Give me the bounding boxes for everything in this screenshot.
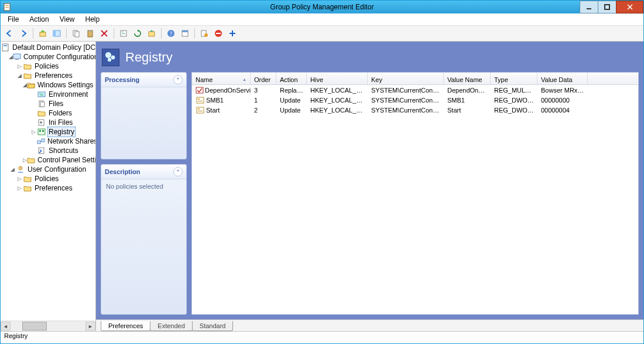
tree-computer-configuration[interactable]: Computer Configuration bbox=[22, 52, 95, 62]
svg-rect-48 bbox=[196, 87, 203, 93]
menu-help[interactable]: Help bbox=[81, 14, 105, 25]
policy-icon bbox=[2, 43, 10, 52]
computer-icon bbox=[13, 53, 21, 61]
list-row[interactable]: SMB11UpdateHKEY_LOCAL_MAC...SYSTEM\Curre… bbox=[192, 95, 638, 105]
close-button[interactable] bbox=[616, 1, 643, 13]
properties-button[interactable] bbox=[117, 27, 130, 40]
list-rows[interactable]: DependOnService3ReplaceHKEY_LOCAL_MAC...… bbox=[192, 85, 638, 314]
svg-rect-9 bbox=[53, 30, 56, 36]
add-button[interactable] bbox=[226, 27, 239, 40]
tree-shortcuts[interactable]: Shortcuts bbox=[47, 146, 80, 155]
svg-rect-54 bbox=[198, 111, 203, 111]
col-order[interactable]: Order bbox=[251, 73, 276, 84]
processing-panel: Processing˄ bbox=[101, 72, 187, 159]
scroll-thumb[interactable] bbox=[22, 322, 47, 331]
list-row[interactable]: DependOnService3ReplaceHKEY_LOCAL_MAC...… bbox=[192, 85, 638, 95]
tree-root[interactable]: Default Domain Policy [DC02.C… bbox=[11, 43, 95, 52]
tab-standard[interactable]: Standard bbox=[192, 321, 234, 331]
tree-windows-settings[interactable]: Windows Settings bbox=[36, 80, 94, 90]
col-value-name[interactable]: Value Name bbox=[444, 73, 491, 84]
content-frame: Registry Processing˄ Description˄ No pol… bbox=[96, 42, 643, 319]
collapse-icon[interactable]: ˄ bbox=[173, 167, 183, 176]
options-button[interactable] bbox=[198, 27, 211, 40]
registry-icon bbox=[37, 128, 46, 136]
registry-item-icon bbox=[196, 106, 205, 114]
svg-text:?: ? bbox=[170, 30, 173, 37]
registry-item-icon bbox=[196, 86, 204, 94]
tab-preferences[interactable]: Preferences bbox=[101, 321, 150, 331]
menu-view[interactable]: View bbox=[55, 14, 80, 25]
scroll-right-button[interactable]: ► bbox=[85, 322, 95, 331]
col-name[interactable]: Name▲ bbox=[192, 73, 251, 84]
tree-pane: Default Domain Policy [DC02.C… ◢Computer… bbox=[1, 42, 96, 331]
tree-control-panel-settings[interactable]: Control Panel Settings bbox=[36, 155, 95, 165]
tree-environment[interactable]: Environment bbox=[47, 90, 89, 99]
tree-registry[interactable]: Registry bbox=[47, 127, 76, 137]
minimize-button[interactable] bbox=[580, 1, 598, 13]
svg-rect-3 bbox=[587, 8, 591, 9]
column-headers: Name▲ Order Action Hive Key Value Name T… bbox=[192, 73, 638, 85]
main-pane: Registry Processing˄ Description˄ No pol… bbox=[96, 42, 643, 331]
tree[interactable]: Default Domain Policy [DC02.C… ◢Computer… bbox=[1, 42, 95, 321]
col-action[interactable]: Action bbox=[276, 73, 307, 84]
content-title: Registry bbox=[125, 50, 173, 65]
content-header: Registry bbox=[102, 49, 636, 66]
back-button[interactable] bbox=[3, 27, 16, 40]
col-hive[interactable]: Hive bbox=[307, 73, 368, 84]
svg-rect-44 bbox=[42, 139, 44, 142]
description-body: No policies selected bbox=[106, 183, 163, 190]
filter-button[interactable] bbox=[179, 27, 191, 40]
tree-user-configuration[interactable]: User Configuration bbox=[26, 165, 87, 174]
menu-file[interactable]: File bbox=[3, 14, 23, 25]
status-bar: Registry bbox=[1, 331, 643, 343]
collapse-icon[interactable]: ˄ bbox=[173, 75, 183, 84]
forward-button[interactable] bbox=[17, 27, 30, 40]
svg-point-25 bbox=[204, 33, 208, 37]
sort-asc-icon: ▲ bbox=[242, 77, 246, 81]
menu-action[interactable]: Action bbox=[25, 14, 53, 25]
svg-point-39 bbox=[40, 121, 42, 124]
svg-rect-32 bbox=[13, 54, 20, 59]
body: Default Domain Policy [DC02.C… ◢Computer… bbox=[1, 42, 643, 331]
paste-button[interactable] bbox=[84, 27, 97, 40]
tree-user-policies[interactable]: Policies bbox=[33, 174, 60, 183]
export-button[interactable] bbox=[145, 27, 158, 40]
svg-rect-27 bbox=[216, 33, 221, 34]
tab-extended[interactable]: Extended bbox=[150, 321, 192, 331]
status-text: Registry bbox=[4, 332, 28, 339]
list-row[interactable]: Start2UpdateHKEY_LOCAL_MAC...SYSTEM\Curr… bbox=[192, 105, 638, 115]
col-value-data[interactable]: Value Data bbox=[537, 73, 588, 84]
stop-button[interactable] bbox=[212, 27, 225, 40]
svg-rect-37 bbox=[40, 102, 44, 107]
show-hide-tree-button[interactable] bbox=[50, 27, 63, 40]
svg-rect-2 bbox=[5, 7, 9, 8]
ini-icon bbox=[37, 118, 46, 127]
up-button[interactable] bbox=[36, 27, 49, 40]
svg-rect-1 bbox=[5, 5, 9, 6]
svg-text:%: % bbox=[39, 92, 43, 97]
tree-user-preferences[interactable]: Preferences bbox=[33, 183, 74, 193]
tree-preferences[interactable]: Preferences bbox=[33, 71, 74, 80]
tree-ini-files[interactable]: Ini Files bbox=[47, 118, 74, 127]
folder-open-icon bbox=[27, 81, 35, 89]
tree-horizontal-scrollbar[interactable]: ◄ ► bbox=[1, 321, 95, 331]
titlebar: Group Policy Management Editor bbox=[1, 1, 643, 13]
svg-rect-43 bbox=[37, 141, 40, 144]
svg-rect-53 bbox=[198, 108, 200, 110]
col-key[interactable]: Key bbox=[368, 73, 444, 84]
scroll-left-button[interactable]: ◄ bbox=[1, 322, 11, 331]
tree-network-shares[interactable]: Network Shares bbox=[46, 137, 95, 146]
app-window: Group Policy Management Editor File Acti… bbox=[0, 0, 644, 344]
tree-policies[interactable]: Policies bbox=[33, 62, 60, 71]
toolbar: ? bbox=[1, 26, 643, 42]
svg-rect-33 bbox=[15, 59, 19, 60]
col-type[interactable]: Type bbox=[491, 73, 537, 84]
refresh-button[interactable] bbox=[131, 27, 144, 40]
environment-icon: % bbox=[37, 90, 46, 98]
copy-button[interactable] bbox=[70, 27, 83, 40]
delete-button[interactable] bbox=[98, 27, 111, 40]
tree-folders[interactable]: Folders bbox=[47, 108, 73, 118]
help-button[interactable]: ? bbox=[165, 27, 177, 40]
maximize-button[interactable] bbox=[598, 1, 616, 13]
tree-files[interactable]: Files bbox=[47, 99, 64, 108]
